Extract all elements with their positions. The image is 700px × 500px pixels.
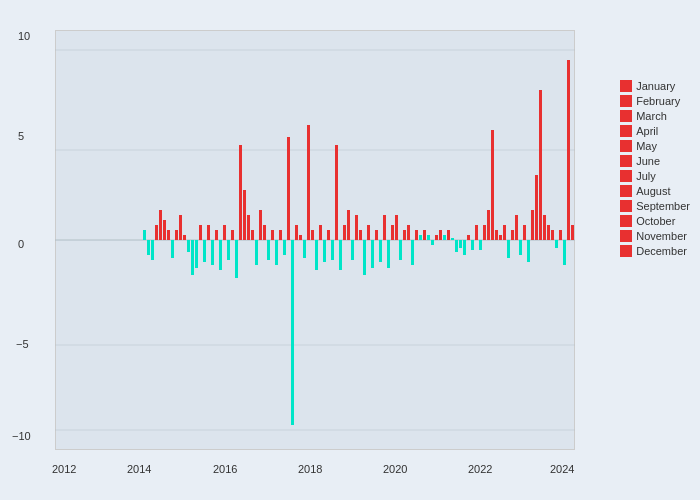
svg-rect-9 [159, 210, 162, 240]
svg-rect-59 [359, 230, 362, 240]
svg-rect-22 [211, 240, 214, 265]
svg-rect-41 [287, 137, 290, 240]
legend-item-june: June [620, 155, 690, 167]
svg-rect-62 [371, 240, 374, 268]
svg-rect-101 [527, 240, 530, 262]
svg-rect-74 [419, 235, 422, 240]
svg-rect-44 [299, 235, 302, 240]
svg-rect-51 [327, 230, 330, 240]
y-axis-label-n10: −10 [12, 430, 31, 442]
x-axis-label-2012: 2012 [52, 463, 76, 475]
x-axis-label-2016: 2016 [213, 463, 237, 475]
svg-rect-93 [495, 230, 498, 240]
y-axis-label-n5: −5 [16, 338, 29, 350]
chart-legend: January February March April May June Ju… [620, 80, 690, 257]
legend-color-may [620, 140, 632, 152]
svg-rect-57 [351, 240, 354, 260]
legend-label-march: March [636, 110, 667, 122]
svg-rect-20 [203, 240, 206, 262]
svg-rect-104 [539, 90, 542, 240]
svg-rect-61 [367, 225, 370, 240]
svg-rect-88 [475, 225, 478, 240]
svg-rect-71 [407, 225, 410, 240]
legend-label-september: September [636, 200, 690, 212]
svg-rect-58 [355, 215, 358, 240]
svg-rect-63 [375, 230, 378, 240]
svg-rect-70 [403, 230, 406, 240]
svg-rect-55 [343, 225, 346, 240]
legend-label-august: August [636, 185, 670, 197]
x-axis-label-2014: 2014 [127, 463, 151, 475]
x-axis-label-2018: 2018 [298, 463, 322, 475]
legend-color-february [620, 95, 632, 107]
svg-rect-6 [147, 240, 150, 255]
svg-rect-80 [443, 235, 446, 240]
svg-rect-47 [311, 230, 314, 240]
legend-item-november: November [620, 230, 690, 242]
svg-rect-46 [307, 125, 310, 240]
svg-rect-8 [155, 225, 158, 240]
legend-item-march: March [620, 110, 690, 122]
svg-rect-24 [219, 240, 222, 270]
legend-label-july: July [636, 170, 656, 182]
legend-item-december: December [620, 245, 690, 257]
svg-rect-69 [399, 240, 402, 260]
legend-color-june [620, 155, 632, 167]
svg-rect-35 [263, 225, 266, 240]
svg-rect-73 [415, 230, 418, 240]
svg-rect-10 [163, 220, 166, 240]
svg-rect-43 [295, 225, 298, 240]
svg-rect-27 [231, 230, 234, 240]
svg-rect-100 [523, 225, 526, 240]
legend-item-february: February [620, 95, 690, 107]
svg-rect-84 [459, 240, 462, 248]
svg-rect-65 [383, 215, 386, 240]
legend-label-may: May [636, 140, 657, 152]
svg-rect-26 [227, 240, 230, 260]
legend-label-january: January [636, 80, 675, 92]
y-axis-label-0: 0 [18, 238, 24, 250]
svg-rect-50 [323, 240, 326, 262]
svg-rect-67 [391, 225, 394, 240]
legend-item-july: July [620, 170, 690, 182]
svg-rect-45 [303, 240, 306, 258]
svg-rect-37 [271, 230, 274, 240]
svg-rect-19 [199, 225, 202, 240]
svg-rect-106 [547, 225, 550, 240]
svg-rect-94 [499, 235, 502, 240]
svg-rect-110 [563, 240, 566, 265]
svg-rect-38 [275, 240, 278, 265]
legend-item-september: September [620, 200, 690, 212]
svg-rect-87 [471, 240, 474, 250]
svg-rect-72 [411, 240, 414, 265]
legend-color-march [620, 110, 632, 122]
svg-rect-42 [291, 240, 294, 425]
svg-rect-25 [223, 225, 226, 240]
legend-label-april: April [636, 125, 658, 137]
svg-rect-60 [363, 240, 366, 275]
svg-rect-31 [247, 215, 250, 240]
svg-rect-33 [255, 240, 258, 265]
svg-rect-90 [483, 225, 486, 240]
legend-label-february: February [636, 95, 680, 107]
svg-rect-40 [283, 240, 286, 255]
svg-rect-111 [567, 60, 570, 240]
chart-plot-area [55, 30, 575, 450]
legend-item-april: April [620, 125, 690, 137]
legend-color-august [620, 185, 632, 197]
svg-rect-29 [239, 145, 242, 240]
svg-rect-105 [543, 215, 546, 240]
svg-rect-78 [435, 235, 438, 240]
svg-rect-112 [571, 225, 574, 240]
svg-rect-48 [315, 240, 318, 270]
svg-rect-23 [215, 230, 218, 240]
y-axis-label-10: 10 [18, 30, 30, 42]
svg-rect-103 [535, 175, 538, 240]
y-axis-label-5: 5 [18, 130, 24, 142]
chart-container: 10 5 0 −5 −10 2012 2014 2016 2018 2020 2… [0, 0, 700, 500]
svg-rect-28 [235, 240, 238, 278]
svg-rect-14 [179, 215, 182, 240]
svg-rect-52 [331, 240, 334, 260]
svg-rect-99 [519, 240, 522, 255]
svg-rect-82 [451, 238, 454, 240]
